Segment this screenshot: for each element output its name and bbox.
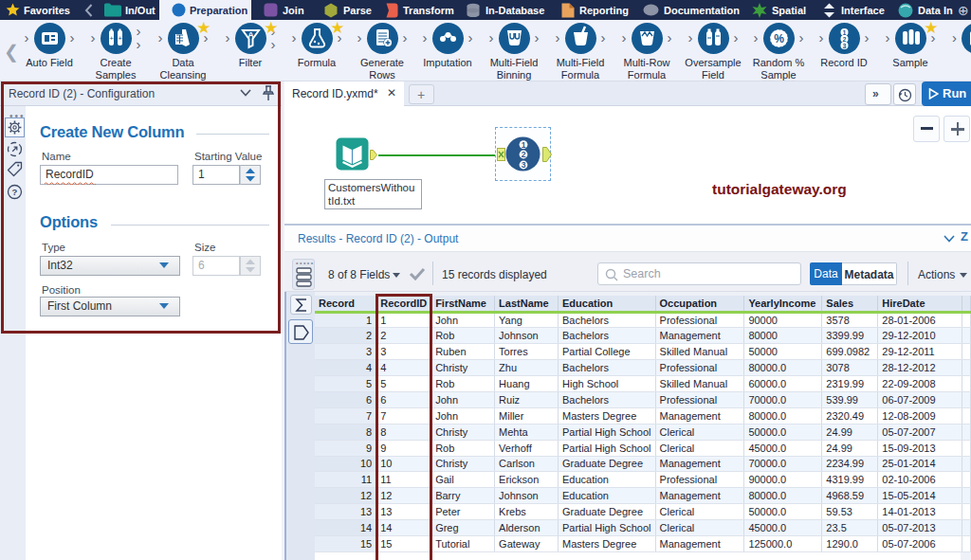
svg-text:%: % bbox=[774, 32, 784, 45]
svg-text:1: 1 bbox=[842, 29, 846, 36]
svg-text:1: 1 bbox=[522, 140, 526, 150]
svg-text:+: + bbox=[109, 34, 114, 43]
svg-text:2: 2 bbox=[842, 36, 846, 43]
svg-text:A: A bbox=[247, 30, 254, 40]
svg-text:3: 3 bbox=[842, 43, 846, 49]
svg-text:+: + bbox=[118, 34, 122, 43]
svg-text:2: 2 bbox=[522, 150, 526, 159]
svg-text:3: 3 bbox=[522, 160, 526, 170]
